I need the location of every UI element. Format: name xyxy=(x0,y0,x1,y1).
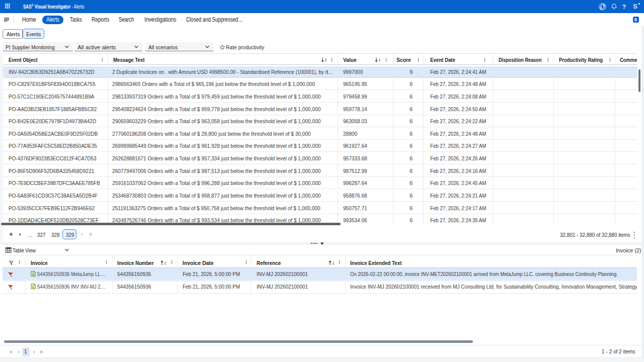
svg-text:1: 1 xyxy=(332,260,334,265)
svg-text:1: 1 xyxy=(378,58,380,62)
svg-text:2: 2 xyxy=(164,260,166,265)
svg-text:2: 2 xyxy=(325,58,327,62)
